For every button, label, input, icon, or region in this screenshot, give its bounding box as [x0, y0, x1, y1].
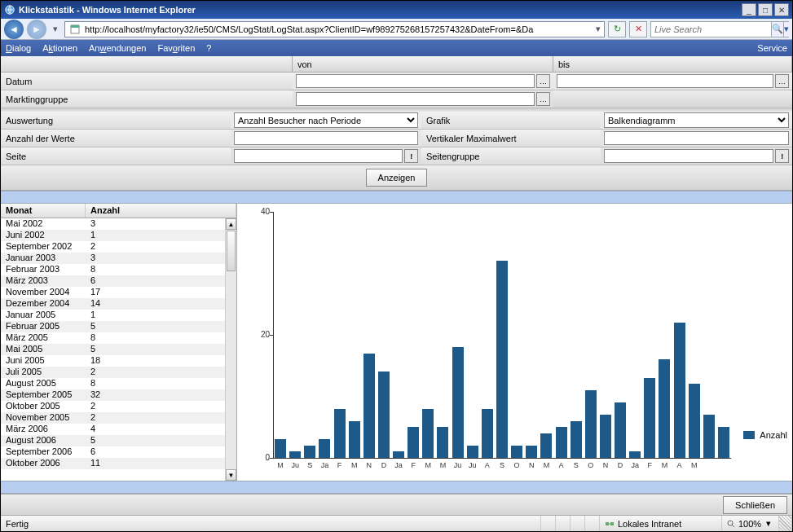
table-row[interactable]: Mai 20023 — [1, 218, 225, 230]
input-datum-von[interactable] — [296, 74, 535, 88]
search-button[interactable]: 🔍 — [771, 22, 783, 37]
divider-blue-2 — [1, 481, 792, 494]
zoom-icon — [727, 520, 735, 528]
cell-anzahl: 2 — [86, 412, 225, 424]
cell-monat: Februar 2003 — [1, 264, 86, 275]
x-tick-label: N — [529, 461, 535, 469]
scroll-thumb[interactable] — [227, 231, 236, 271]
search-box[interactable]: 🔍 ▾ — [650, 21, 789, 37]
menu-aktionen[interactable]: Aktionen — [42, 43, 77, 53]
select-grafik[interactable]: Balkendiagramm — [604, 112, 789, 128]
address-bar[interactable]: ▾ — [64, 21, 605, 37]
menu-favoriten[interactable]: Favoriten — [157, 43, 195, 53]
table-row[interactable]: September 200532 — [1, 389, 225, 401]
close-button[interactable]: Schließen — [723, 496, 787, 514]
x-tick-label: Ja — [394, 461, 403, 469]
menu-help[interactable]: ? — [206, 43, 211, 53]
chart-legend: Anzahl — [743, 430, 787, 440]
back-button[interactable]: ◄ — [4, 20, 24, 39]
picker-datum-bis[interactable]: … — [775, 74, 789, 88]
refresh-button[interactable]: ↻ — [608, 21, 626, 37]
picker-marketinggruppe[interactable]: … — [536, 92, 550, 106]
label-auswertung: Auswertung — [1, 112, 231, 129]
chart-bar — [393, 451, 404, 458]
cell-anzahl: 1 — [86, 230, 225, 241]
chart-bar — [526, 446, 537, 458]
cell-anzahl: 32 — [86, 389, 225, 401]
x-tick-label: A — [485, 461, 490, 469]
table-row[interactable]: November 20052 — [1, 412, 225, 424]
picker-datum-von[interactable]: … — [536, 74, 550, 88]
cell-monat: Juni 2002 — [1, 230, 86, 241]
table-row[interactable]: März 20036 — [1, 275, 225, 287]
cell-anzahl: 3 — [86, 253, 225, 264]
cell-monat: Mai 2002 — [1, 218, 86, 230]
nav-history-dropdown[interactable]: ▾ — [50, 21, 61, 37]
menu-anwendungen[interactable]: Anwendungen — [89, 43, 146, 53]
cell-anzahl: 1 — [86, 310, 225, 321]
input-seite[interactable] — [234, 149, 403, 163]
search-input[interactable] — [651, 24, 771, 34]
status-zoom[interactable]: 100% ▾ — [722, 516, 779, 531]
menu-service[interactable]: Service — [757, 43, 787, 53]
minimize-button[interactable]: _ — [742, 3, 756, 16]
input-anzahlwerte[interactable] — [234, 131, 418, 145]
search-dropdown[interactable]: ▾ — [783, 22, 789, 37]
table-row[interactable]: Oktober 20052 — [1, 401, 225, 412]
resize-grip[interactable] — [779, 516, 792, 531]
select-auswertung[interactable]: Anzahl Besucher nach Periode — [234, 112, 418, 128]
x-tick-label: M — [662, 461, 668, 469]
table-row[interactable]: August 20065 — [1, 435, 225, 446]
table-row[interactable]: März 20058 — [1, 332, 225, 344]
table-row[interactable]: September 20066 — [1, 446, 225, 458]
cell-monat: September 2005 — [1, 389, 86, 401]
picker-seitengruppe[interactable]: ! — [775, 149, 789, 163]
url-dropdown-icon[interactable]: ▾ — [596, 24, 601, 34]
x-tick-label: S — [574, 461, 579, 469]
picker-seite[interactable]: ! — [404, 149, 418, 163]
table-row[interactable]: Januar 20051 — [1, 310, 225, 321]
scroll-down[interactable]: ▼ — [226, 469, 236, 481]
table-row[interactable]: August 20058 — [1, 378, 225, 389]
table-row[interactable]: September 20022 — [1, 241, 225, 253]
input-vertmax[interactable] — [604, 131, 789, 145]
stop-button[interactable]: ✕ — [629, 21, 647, 37]
scroll-up[interactable]: ▲ — [226, 218, 236, 230]
menu-dialog[interactable]: Dialog — [6, 43, 31, 53]
cell-anzahl: 8 — [86, 332, 225, 344]
table-row[interactable]: Februar 20055 — [1, 321, 225, 332]
table-row[interactable]: März 20064 — [1, 424, 225, 435]
cell-anzahl: 2 — [86, 367, 225, 378]
chart-bar — [615, 402, 626, 458]
table-row[interactable]: Dezember 200414 — [1, 298, 225, 310]
header-vonbis: von bis — [1, 56, 792, 73]
table-row[interactable]: November 200417 — [1, 287, 225, 298]
url-input[interactable] — [85, 24, 593, 34]
input-datum-bis[interactable] — [557, 74, 773, 88]
maximize-button[interactable]: □ — [758, 3, 773, 16]
table-scrollbar[interactable]: ▲ ▼ — [225, 218, 236, 481]
table-row[interactable]: Juni 200518 — [1, 355, 225, 367]
input-seitengruppe[interactable] — [604, 149, 773, 163]
x-tick-label: S — [307, 461, 312, 469]
x-tick-label: M — [440, 461, 447, 469]
svg-rect-4 — [610, 522, 614, 525]
table-row[interactable]: Februar 20038 — [1, 264, 225, 275]
table-row[interactable]: Mai 20055 — [1, 344, 225, 355]
cell-monat: Oktober 2006 — [1, 458, 86, 469]
table-row[interactable]: Oktober 200611 — [1, 458, 225, 469]
anzeigen-button[interactable]: Anzeigen — [366, 169, 428, 187]
x-tick-label: M — [277, 461, 284, 469]
chart-bar — [585, 390, 597, 458]
table-row[interactable]: Juni 20021 — [1, 230, 225, 241]
browser-navbar: ◄ ► ▾ ▾ ↻ ✕ 🔍 ▾ — [1, 19, 792, 40]
forward-button[interactable]: ► — [27, 20, 46, 39]
x-tick-label: D — [381, 461, 387, 469]
chart-bar — [467, 446, 478, 458]
label-anzahlwerte: Anzahl der Werte — [1, 130, 231, 147]
input-marketinggruppe[interactable] — [296, 92, 535, 106]
close-window-button[interactable]: ✕ — [774, 3, 789, 16]
table-row[interactable]: Juli 20052 — [1, 367, 225, 378]
table-row[interactable]: Januar 20033 — [1, 253, 225, 264]
x-tick-label: A — [677, 461, 682, 469]
